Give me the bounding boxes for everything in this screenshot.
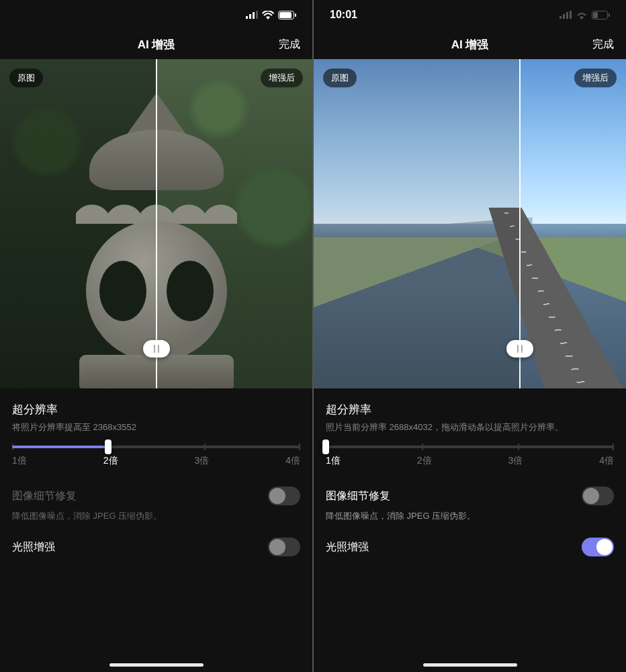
svg-rect-2 — [253, 12, 255, 19]
slider-opt-1x[interactable]: 1倍 — [12, 455, 27, 467]
status-bar — [0, 0, 312, 30]
superres-title: 超分辨率 — [12, 402, 300, 417]
compare-divider — [156, 59, 157, 388]
compare-preview[interactable]: 原图 增强后 — [314, 59, 626, 388]
home-indicator[interactable] — [109, 663, 204, 667]
detail-repair-row: 图像细节修复 — [12, 485, 300, 507]
controls-panel: 超分辨率 将照片分辨率提高至 2368x3552 1倍 2倍 3倍 4倍 图像细… — [0, 388, 312, 672]
nav-bar: AI 增强 完成 — [314, 30, 626, 59]
light-enhance-title: 光照增强 — [326, 540, 369, 554]
status-icons — [246, 11, 296, 19]
wifi-icon — [262, 11, 274, 19]
svg-rect-0 — [246, 16, 248, 19]
detail-repair-title: 图像细节修复 — [326, 489, 390, 503]
slider-opt-2x[interactable]: 2倍 — [103, 455, 118, 467]
svg-rect-12 — [593, 12, 598, 18]
light-enhance-toggle[interactable] — [268, 538, 300, 556]
phone-screen-right: 10:01 AI 增强 完成 原图 增强后 超分辨率 — [314, 0, 626, 672]
svg-rect-8 — [563, 14, 565, 19]
detail-repair-row: 图像细节修复 — [326, 485, 614, 507]
compare-divider — [519, 59, 521, 388]
slider-opt-3x[interactable]: 3倍 — [194, 455, 209, 467]
svg-rect-10 — [570, 11, 572, 19]
nav-bar: AI 增强 完成 — [0, 30, 312, 59]
slider-labels: 1倍 2倍 3倍 4倍 — [326, 455, 614, 467]
done-button[interactable]: 完成 — [279, 38, 300, 52]
light-enhance-row: 光照增强 — [326, 536, 614, 558]
slider-opt-4x[interactable]: 4倍 — [599, 455, 614, 467]
svg-rect-1 — [249, 14, 251, 19]
svg-rect-3 — [256, 11, 258, 19]
status-icons — [560, 11, 610, 19]
signal-icon — [246, 11, 258, 19]
svg-rect-13 — [609, 13, 610, 17]
svg-rect-5 — [279, 12, 292, 18]
detail-repair-toggle[interactable] — [582, 487, 614, 505]
home-indicator[interactable] — [423, 663, 517, 667]
slider-labels: 1倍 2倍 3倍 4倍 — [12, 455, 300, 467]
detail-repair-subtitle: 降低图像噪点，消除 JPEG 压缩伪影。 — [326, 510, 614, 522]
phone-screen-left: AI 增强 完成 原图 增强后 超分辨率 将照片分辨率提高至 2368x3552 — [0, 0, 312, 672]
slider-opt-1x[interactable]: 1倍 — [326, 455, 341, 467]
done-button[interactable]: 完成 — [592, 38, 614, 52]
superres-title: 超分辨率 — [326, 402, 614, 417]
light-enhance-row: 光照增强 — [12, 536, 300, 558]
light-enhance-title: 光照增强 — [12, 540, 55, 554]
superres-slider[interactable] — [12, 446, 300, 448]
badge-enhanced: 增强后 — [574, 69, 617, 87]
compare-slider-handle[interactable] — [506, 340, 533, 358]
svg-rect-7 — [560, 16, 562, 19]
superres-subtitle: 照片当前分辨率 2688x4032，拖动滑动条以提高照片分辨率。 — [326, 421, 614, 433]
slider-opt-4x[interactable]: 4倍 — [285, 455, 300, 467]
wifi-icon — [576, 11, 588, 19]
battery-icon — [278, 11, 296, 19]
slider-fill — [12, 446, 108, 448]
light-enhance-toggle[interactable] — [582, 538, 614, 556]
status-time: 10:01 — [330, 9, 560, 21]
superres-slider[interactable] — [326, 446, 614, 448]
slider-knob[interactable] — [322, 439, 329, 454]
detail-repair-toggle[interactable] — [268, 487, 300, 505]
detail-repair-title: 图像细节修复 — [12, 489, 77, 503]
signal-icon — [560, 11, 572, 19]
superres-subtitle: 将照片分辨率提高至 2368x3552 — [12, 421, 300, 433]
badge-original: 原图 — [9, 69, 43, 87]
slider-opt-3x[interactable]: 3倍 — [508, 455, 523, 467]
svg-rect-6 — [295, 13, 296, 17]
badge-original: 原图 — [323, 69, 357, 87]
nav-title: AI 增强 — [138, 37, 175, 52]
detail-repair-subtitle: 降低图像噪点，消除 JPEG 压缩伪影。 — [12, 510, 300, 522]
battery-icon — [592, 11, 610, 19]
status-bar: 10:01 — [314, 0, 626, 30]
slider-knob[interactable] — [105, 439, 111, 454]
compare-slider-handle[interactable] — [143, 340, 170, 358]
nav-title: AI 增强 — [451, 37, 489, 52]
slider-opt-2x[interactable]: 2倍 — [417, 455, 432, 467]
svg-rect-9 — [566, 12, 568, 19]
badge-enhanced: 增强后 — [261, 69, 303, 87]
controls-panel: 超分辨率 照片当前分辨率 2688x4032，拖动滑动条以提高照片分辨率。 1倍… — [314, 388, 626, 672]
compare-preview[interactable]: 原图 增强后 — [0, 59, 312, 388]
